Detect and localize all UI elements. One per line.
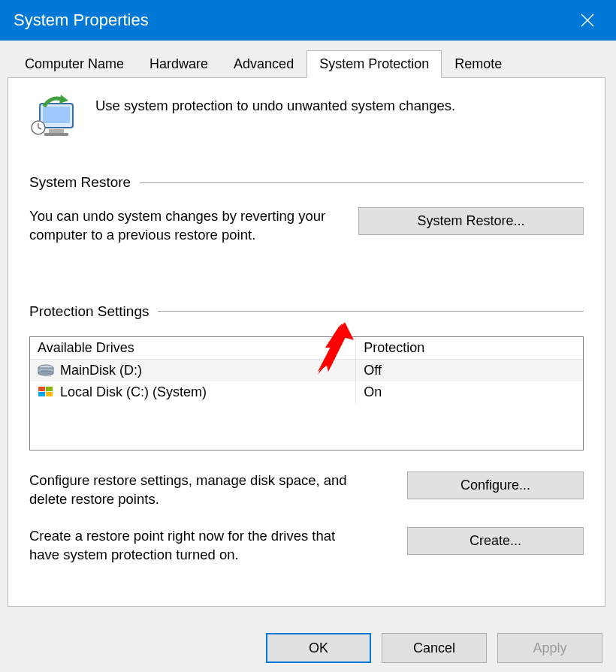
svg-rect-14 (46, 387, 53, 391)
system-restore-desc: You can undo system changes by reverting… (29, 207, 346, 245)
configure-button[interactable]: Configure... (407, 472, 584, 499)
divider (158, 311, 584, 312)
create-desc: Create a restore point right now for the… (29, 527, 360, 565)
group-title-protection-settings: Protection Settings (29, 303, 149, 320)
col-available-drives: Available Drives (30, 337, 356, 359)
group-system-restore: System Restore You can undo system chang… (29, 174, 584, 245)
ok-button[interactable]: OK (266, 633, 371, 663)
svg-rect-15 (38, 392, 45, 396)
svg-marker-6 (59, 95, 68, 104)
group-title-system-restore: System Restore (29, 174, 131, 191)
system-protection-icon (29, 93, 82, 141)
window-title: System Properties (14, 11, 149, 30)
intro-text: Use system protection to undo unwanted s… (95, 98, 455, 114)
configure-desc: Configure restore settings, manage disk … (29, 472, 360, 509)
system-restore-button[interactable]: System Restore... (358, 207, 584, 235)
tab-advanced[interactable]: Advanced (221, 50, 306, 78)
drive-protection: On (356, 381, 583, 403)
tab-remote[interactable]: Remote (442, 50, 515, 78)
svg-rect-3 (43, 107, 70, 123)
drives-table[interactable]: Available Drives Protection MainDisk (D:… (29, 336, 584, 451)
tab-panel: Use system protection to undo unwanted s… (8, 77, 605, 607)
svg-rect-16 (46, 392, 53, 396)
drive-name: MainDisk (D:) (60, 363, 142, 378)
cancel-button[interactable]: Cancel (382, 633, 487, 663)
table-header: Available Drives Protection (30, 337, 583, 360)
close-button[interactable] (572, 5, 602, 35)
create-button[interactable]: Create... (407, 527, 584, 555)
table-row[interactable]: Local Disk (C:) (System) On (30, 381, 583, 403)
tab-hardware[interactable]: Hardware (137, 50, 221, 78)
table-row[interactable]: MainDisk (D:) Off (30, 360, 583, 381)
drive-name: Local Disk (C:) (System) (60, 384, 207, 400)
tab-computer-name[interactable]: Computer Name (12, 50, 137, 78)
tab-system-protection[interactable]: System Protection (306, 50, 442, 78)
svg-rect-5 (44, 133, 68, 136)
tab-strip: Computer Name Hardware Advanced System P… (12, 50, 608, 77)
dialog-footer: OK Cancel Apply (266, 633, 602, 663)
titlebar: System Properties (0, 0, 616, 41)
col-protection: Protection (356, 337, 583, 359)
group-protection-settings: Protection Settings Available Drives Pro… (29, 303, 584, 565)
client-area: Computer Name Hardware Advanced System P… (0, 41, 616, 672)
svg-point-12 (38, 371, 53, 375)
windows-drive-icon (38, 386, 54, 398)
close-icon (581, 14, 594, 27)
svg-rect-4 (49, 129, 64, 133)
divider (140, 182, 584, 183)
svg-rect-13 (38, 387, 45, 391)
intro-row: Use system protection to undo unwanted s… (29, 93, 584, 141)
drive-protection: Off (356, 360, 583, 381)
hdd-icon (38, 364, 54, 376)
apply-button[interactable]: Apply (497, 633, 602, 663)
